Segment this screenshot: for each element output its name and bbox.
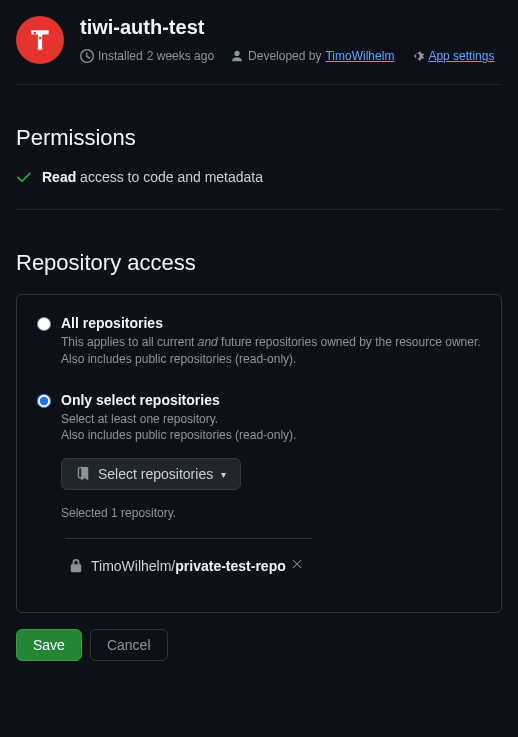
app-meta-row: Installed 2 weeks ago Developed by TimoW… [80, 49, 502, 63]
permission-item: Read access to code and metadata [16, 169, 502, 185]
radio-all-input[interactable] [37, 317, 51, 331]
permission-text: Read access to code and metadata [42, 169, 263, 185]
repo-access-radio-group: All repositories This applies to all cur… [37, 315, 481, 578]
button-row: Save Cancel [16, 629, 502, 661]
remove-repo-button[interactable] [286, 553, 308, 578]
installed-time: Installed 2 weeks ago [80, 49, 214, 63]
close-icon [290, 557, 304, 571]
app-header: tiwi-auth-test Installed 2 weeks ago Dev… [16, 16, 502, 85]
radio-select-sub: Select at least one repository. Also inc… [61, 411, 312, 445]
installed-when: 2 weeks ago [147, 49, 214, 63]
radio-all-title: All repositories [61, 315, 481, 331]
app-header-content: tiwi-auth-test Installed 2 weeks ago Dev… [80, 16, 502, 63]
permission-rest: access to code and metadata [76, 169, 263, 185]
radio-select-title: Only select repositories [61, 392, 312, 408]
permissions-section: Permissions Read access to code and meta… [16, 125, 502, 210]
person-icon [230, 49, 244, 63]
repo-owner: TimoWilhelm/ [91, 558, 175, 574]
svg-rect-0 [34, 32, 36, 34]
radio-all-sub: This applies to all current and future r… [61, 334, 481, 368]
caret-down-icon: ▾ [221, 469, 226, 480]
radio-select-repositories: Only select repositories Select at least… [37, 392, 481, 579]
svg-rect-1 [39, 37, 41, 39]
cancel-button[interactable]: Cancel [90, 629, 168, 661]
app-title: tiwi-auth-test [80, 16, 502, 39]
repo-full-name: TimoWilhelm/private-test-repo [91, 558, 286, 574]
lock-icon [69, 559, 83, 573]
app-logo-icon [27, 27, 53, 53]
repo-icon [76, 467, 90, 481]
app-settings-link[interactable]: App settings [428, 49, 494, 63]
select-repositories-label: Select repositories [98, 466, 213, 482]
selected-count: Selected 1 repository. [61, 506, 312, 520]
access-heading: Repository access [16, 250, 502, 276]
repository-access-box: All repositories This applies to all cur… [16, 294, 502, 613]
radio-all-repositories[interactable]: All repositories This applies to all cur… [37, 315, 481, 368]
developer-link[interactable]: TimoWilhelm [325, 49, 394, 63]
gear-icon [410, 49, 424, 63]
radio-select-input[interactable] [37, 394, 51, 408]
select-repositories-button[interactable]: Select repositories ▾ [61, 458, 241, 490]
clock-icon [80, 49, 94, 63]
app-settings-item: App settings [410, 49, 494, 63]
check-icon [16, 169, 32, 185]
permission-strong: Read [42, 169, 76, 185]
app-avatar [16, 16, 64, 64]
selected-repo-row: TimoWilhelm/private-test-repo [65, 538, 312, 578]
save-button[interactable]: Save [16, 629, 82, 661]
developed-prefix: Developed by [248, 49, 321, 63]
permissions-heading: Permissions [16, 125, 502, 151]
developed-by: Developed by TimoWilhelm [230, 49, 394, 63]
repo-name: private-test-repo [175, 558, 285, 574]
installed-prefix: Installed [98, 49, 143, 63]
